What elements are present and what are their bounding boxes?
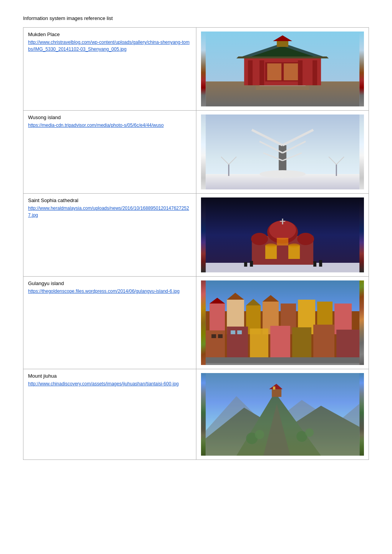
svg-point-40 [251, 233, 268, 245]
page-title: Information system images reference list [23, 15, 369, 21]
table-row-sophia: Saint Sophia cathedralhttp://www.heraldm… [23, 194, 369, 277]
svg-rect-6 [259, 60, 264, 85]
place-image-mukden [201, 32, 364, 106]
place-image-wusong [201, 114, 364, 189]
place-name-gulangyu: Gulangyu island [28, 280, 191, 286]
svg-point-41 [297, 233, 314, 245]
svg-rect-50 [319, 260, 322, 267]
svg-rect-75 [237, 330, 242, 334]
svg-rect-73 [218, 334, 223, 338]
table-row-jiuhua: Mount jiuhuahttp://www.chinadiscovery.co… [23, 369, 369, 460]
svg-marker-11 [236, 56, 329, 58]
svg-point-46 [288, 244, 300, 247]
place-image-gulangyu [201, 280, 364, 365]
reference-table: Mukden Placehttp://www.christravelblog.c… [23, 27, 369, 460]
place-image-jiuhua [201, 373, 364, 456]
place-name-wusong: Wusong island [28, 114, 191, 120]
svg-rect-72 [211, 334, 216, 338]
svg-rect-53 [209, 304, 225, 334]
place-name-mukden: Mukden Place [28, 32, 191, 37]
svg-rect-15 [267, 63, 281, 80]
svg-rect-48 [250, 261, 253, 267]
svg-rect-12 [277, 41, 288, 47]
place-link-sophia[interactable]: http://www.heraldmalaysia.com/uploads/ne… [28, 206, 189, 218]
table-row-wusong: Wusong islandhttps://media-cdn.tripadvis… [23, 111, 369, 194]
svg-rect-42 [265, 245, 277, 259]
svg-rect-90 [206, 373, 359, 456]
svg-rect-43 [288, 245, 300, 259]
svg-rect-49 [313, 261, 316, 267]
place-link-mukden[interactable]: http://www.christravelblog.com/wp-conten… [28, 40, 189, 52]
svg-rect-77 [206, 363, 359, 365]
svg-rect-16 [284, 63, 298, 80]
place-image-sophia [201, 197, 364, 272]
place-link-jiuhua[interactable]: http://www.chinadiscovery.com/assets/ima… [28, 381, 179, 386]
place-name-sophia: Saint Sophia cathedral [28, 197, 191, 203]
svg-point-45 [265, 244, 277, 247]
svg-rect-8 [312, 60, 317, 85]
svg-rect-74 [231, 330, 235, 334]
svg-rect-5 [248, 60, 252, 85]
table-row-mukden: Mukden Placehttp://www.christravelblog.c… [23, 28, 369, 111]
svg-point-26 [259, 170, 306, 178]
place-link-gulangyu[interactable]: https://thegoldenscope.files.wordpress.c… [28, 289, 179, 294]
place-link-wusong[interactable]: https://media-cdn.tripadvisor.com/media/… [28, 123, 164, 128]
place-name-jiuhua: Mount jiuhua [28, 373, 191, 379]
svg-rect-47 [244, 262, 247, 267]
svg-rect-44 [277, 238, 288, 245]
table-row-gulangyu: Gulangyu islandhttps://thegoldenscope.fi… [23, 277, 369, 369]
